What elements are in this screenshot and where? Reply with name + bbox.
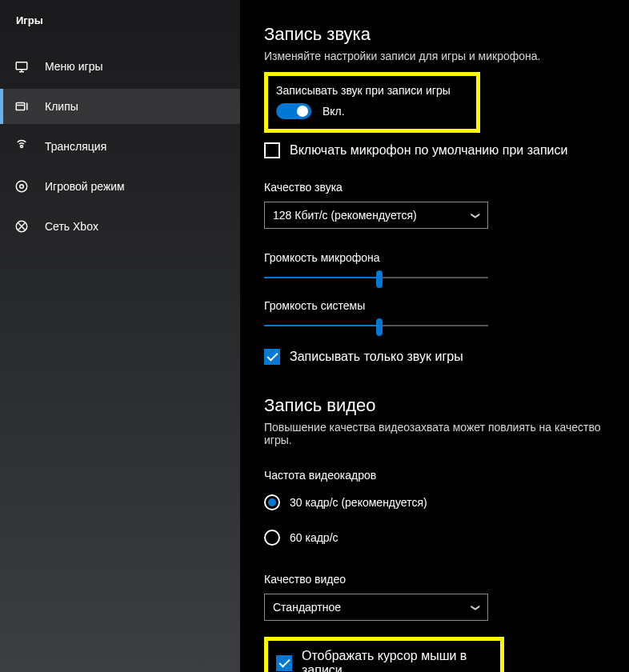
video-quality-value: Стандартное xyxy=(273,601,341,614)
highlight-box: Записывать звук при записи игры Вкл. xyxy=(264,72,480,133)
video-quality-select[interactable]: Стандартное ❯ xyxy=(264,594,488,621)
nav-label: Клипы xyxy=(45,100,78,113)
chevron-down-icon: ❯ xyxy=(471,604,481,611)
audio-quality-select[interactable]: 128 Кбит/с (рекомендуется) ❯ xyxy=(264,202,488,229)
fps-60-label: 60 кадр/с xyxy=(290,531,339,544)
video-section: Запись видео Повышение качества видеозах… xyxy=(264,395,609,672)
sidebar-item-game-menu[interactable]: Меню игры xyxy=(0,49,240,84)
cursor-label: Отображать курсор мыши в записи xyxy=(302,649,492,672)
audio-section-heading: Запись звука xyxy=(264,24,609,45)
video-section-heading: Запись видео xyxy=(264,395,609,416)
fps-30-radio-row[interactable]: 30 кадр/с (рекомендуется) xyxy=(264,494,609,510)
video-quality-label: Качество видео xyxy=(264,573,609,586)
game-audio-only-checkbox-row[interactable]: Записывать только звук игры xyxy=(264,349,609,365)
clips-icon xyxy=(14,99,29,114)
sidebar-item-clips[interactable]: Клипы xyxy=(0,89,240,124)
sidebar-item-game-mode[interactable]: Игровой режим xyxy=(0,169,240,204)
nav-label: Сеть Xbox xyxy=(45,220,98,233)
mic-default-checkbox-row[interactable]: Включать микрофон по умолчанию при запис… xyxy=(264,142,609,158)
broadcast-icon xyxy=(14,139,29,154)
sys-volume-slider[interactable] xyxy=(264,320,488,333)
chevron-down-icon: ❯ xyxy=(471,212,481,219)
nav-label: Меню игры xyxy=(45,60,103,73)
fps-60-radio-row[interactable]: 60 кадр/с xyxy=(264,530,609,546)
nav-label: Игровой режим xyxy=(45,180,125,193)
record-audio-label: Записывать звук при записи игры xyxy=(276,84,468,97)
game-audio-only-label: Записывать только звук игры xyxy=(290,350,463,364)
mic-volume-slider[interactable] xyxy=(264,272,488,285)
xbox-icon xyxy=(14,219,29,234)
svg-point-6 xyxy=(20,185,24,189)
toggle-switch-on[interactable] xyxy=(276,103,311,119)
svg-point-5 xyxy=(21,146,23,148)
highlight-box: Отображать курсор мыши в записи xyxy=(264,637,504,672)
monitor-icon xyxy=(14,59,29,74)
toggle-state-label: Вкл. xyxy=(323,105,345,118)
audio-quality-label: Качество звука xyxy=(264,181,609,194)
content-area: Запись звука Изменяйте настройки записи … xyxy=(240,0,629,672)
sidebar-item-xbox-network[interactable]: Сеть Xbox xyxy=(0,209,240,244)
mic-default-label: Включать микрофон по умолчанию при запис… xyxy=(290,143,567,158)
mic-volume-label: Громкость микрофона xyxy=(264,251,609,264)
audio-quality-value: 128 Кбит/с (рекомендуется) xyxy=(273,209,417,222)
fps-label: Частота видеокадров xyxy=(264,469,609,482)
radio-unselected[interactable] xyxy=(264,530,280,546)
sidebar-item-broadcast[interactable]: Трансляция xyxy=(0,129,240,164)
fps-30-label: 30 кадр/с (рекомендуется) xyxy=(290,496,427,509)
svg-rect-3 xyxy=(16,103,25,110)
audio-section-desc: Изменяйте настройки записи для игры и ми… xyxy=(264,50,609,62)
sys-volume-label: Громкость системы xyxy=(264,299,609,312)
checkbox-checked[interactable] xyxy=(264,349,280,365)
gear-icon xyxy=(14,179,29,194)
svg-rect-0 xyxy=(16,62,27,70)
sidebar: Игры Меню игры Клипы Трансляция Игровой … xyxy=(0,0,240,672)
checkbox-checked[interactable] xyxy=(276,655,292,671)
video-section-desc: Повышение качества видеозахвата может по… xyxy=(264,421,609,446)
sidebar-title: Игры xyxy=(0,14,240,26)
radio-selected[interactable] xyxy=(264,494,280,510)
checkbox-unchecked[interactable] xyxy=(264,142,280,158)
svg-point-7 xyxy=(16,181,27,192)
nav-label: Трансляция xyxy=(45,140,106,153)
cursor-checkbox-row[interactable]: Отображать курсор мыши в записи xyxy=(276,649,492,672)
record-audio-toggle[interactable]: Вкл. xyxy=(276,103,468,119)
